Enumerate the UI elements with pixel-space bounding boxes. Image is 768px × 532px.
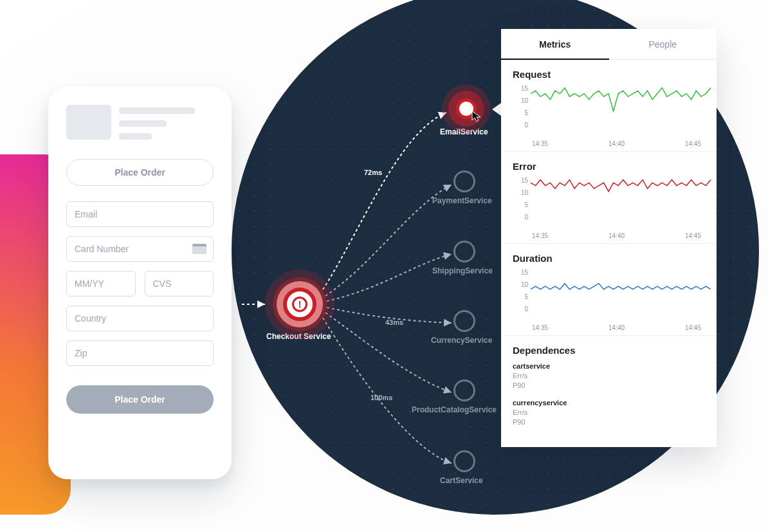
cart-service-node[interactable] — [453, 450, 475, 472]
panel-pointer — [492, 103, 501, 116]
tab-people[interactable]: People — [609, 29, 717, 60]
x-axis-ticks: 14:3514:4014:45 — [513, 232, 705, 239]
section-request: Request 151050 14:3514:4014:45 — [501, 60, 717, 152]
section-dependences: Dependences cartserviceErr/sP90currencys… — [501, 336, 717, 447]
alert-icon: ! — [292, 297, 307, 312]
edge-latency-email: 72ms — [364, 169, 382, 176]
dependency-name: cartservice — [513, 362, 705, 370]
error-chart — [531, 177, 711, 221]
dependency-item: currencyserviceErr/sP90 — [513, 399, 705, 428]
dependency-metric: Err/s — [513, 408, 705, 417]
y-axis-ticks: 151050 — [513, 85, 528, 129]
panel-tabs: Metrics People — [501, 29, 717, 60]
section-duration: Duration 151050 14:3514:4014:45 — [501, 244, 717, 336]
y-axis-ticks: 151050 — [513, 269, 528, 313]
x-axis-ticks: 14:3514:4014:45 — [513, 324, 705, 331]
payment-service-label: PaymentService — [432, 196, 492, 205]
section-title: Request — [513, 69, 705, 80]
payment-service-node[interactable] — [453, 170, 475, 192]
dependency-name: currencyservice — [513, 399, 705, 407]
dependency-metric: P90 — [513, 417, 705, 427]
cart-service-label: CartService — [440, 476, 483, 485]
tab-metrics[interactable]: Metrics — [501, 29, 609, 60]
cursor-icon — [471, 111, 482, 124]
duration-chart — [531, 269, 711, 313]
request-chart — [531, 85, 711, 129]
edge-latency-catalog: 100ms — [370, 394, 392, 401]
edge-latency-currency: 43ms — [385, 318, 403, 326]
checkout-service-node[interactable]: ! — [277, 281, 323, 327]
dependency-metric: Err/s — [513, 371, 705, 381]
product-catalog-service-label: ProductCatalogService — [412, 405, 497, 414]
dependency-metric: P90 — [513, 381, 705, 390]
product-catalog-service-node[interactable] — [453, 380, 475, 401]
currency-service-node[interactable] — [453, 310, 475, 332]
currency-service-label: CurrencyService — [431, 336, 492, 345]
shipping-service-label: ShippingService — [432, 266, 493, 275]
shipping-service-node[interactable] — [453, 241, 475, 262]
dependency-item: cartserviceErr/sP90 — [513, 362, 705, 391]
section-title: Dependences — [513, 345, 705, 356]
metrics-panel: Metrics People Request 151050 14:3514:40… — [501, 29, 717, 447]
node-core: ! — [283, 288, 316, 321]
section-title: Duration — [513, 253, 705, 264]
x-axis-ticks: 14:3514:4014:45 — [513, 140, 705, 147]
y-axis-ticks: 151050 — [513, 177, 528, 221]
section-error: Error 151050 14:3514:4014:45 — [501, 152, 717, 244]
section-title: Error — [513, 161, 705, 172]
